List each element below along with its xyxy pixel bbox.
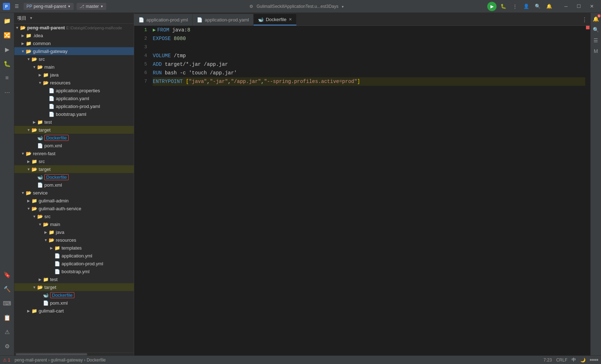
tree-label-main-as: main <box>50 222 60 227</box>
tab-more-button[interactable]: ⋮ <box>579 14 590 25</box>
tree-item-dockerfile-gw[interactable]: 🐋Dockerfile <box>14 134 134 142</box>
error-count[interactable]: ⚠ 1 <box>3 358 10 363</box>
dockerfile-highlighted-dockerfile-gw: Dockerfile <box>44 135 69 141</box>
tree-label-target-rr: target <box>39 167 50 172</box>
tree-item-target-as[interactable]: ▼📂target <box>14 283 134 291</box>
tree-item-bootstrap-gw[interactable]: 📄bootstrap.yaml <box>14 110 134 118</box>
sidebar-item-run[interactable]: ▶ <box>1 43 14 56</box>
tab-dockerfile[interactable]: 🐋 Dockerfile ✕ <box>254 14 297 25</box>
tree-item-java-gw[interactable]: ▶📁java <box>14 71 134 79</box>
status-lang[interactable]: 中 <box>572 357 576 363</box>
tree-item-app-prop-gw[interactable]: 📄application.properties <box>14 87 134 94</box>
sidebar-item-more[interactable]: ⋯ <box>1 86 14 99</box>
tree-item-main-gw[interactable]: ▼📂main <box>14 63 134 71</box>
tree-item-templates-as[interactable]: ▶📁templates <box>14 244 134 252</box>
right-panel-structure[interactable]: ☰ <box>591 36 601 45</box>
tree-label-bootstrap-as: bootstrap.yml <box>62 269 89 274</box>
status-grid[interactable] <box>590 359 598 361</box>
tree-item-pom-as[interactable]: 📄pom.xml <box>14 299 134 307</box>
tree-item-target-gw[interactable]: ▼📂target <box>14 126 134 134</box>
tab-application-prod-yml[interactable]: 📄 application-prod.yml <box>134 14 192 25</box>
tree-icon-dockerfile-as: 🐋 <box>43 292 49 298</box>
tree-arrow-service: ▼ <box>20 190 26 196</box>
tree-item-idea[interactable]: ▶📁.idea <box>14 31 134 39</box>
code-area[interactable]: ▶FROM java:8EXPOSE 8080VOLUME /tmpADD ta… <box>151 26 585 355</box>
search-button[interactable]: 🔍 <box>533 2 542 11</box>
status-position[interactable]: 7:23 <box>543 358 552 363</box>
tree-icon-common: 📁 <box>26 40 31 46</box>
tree-item-renren-fast[interactable]: ▼📂renren-fast <box>14 149 134 157</box>
status-moon[interactable]: 🌙 <box>580 358 586 363</box>
menu-button[interactable]: ☰ <box>13 3 21 10</box>
tree-icon-app-yml-as: 📄 <box>54 253 60 259</box>
branch-selector[interactable]: ⎇ master ▼ <box>77 3 107 10</box>
notifications-button[interactable]: 🔔 <box>544 2 554 11</box>
status-encoding[interactable]: CRLF <box>556 358 567 363</box>
editor-scrollbar[interactable] <box>585 26 590 355</box>
tree-item-dockerfile-rr[interactable]: 🐋Dockerfile <box>14 173 134 181</box>
tree-item-dockerfile-as[interactable]: 🐋Dockerfile <box>14 291 134 299</box>
sidebar-item-commit[interactable]: 🔀 <box>1 29 14 41</box>
sidebar-item-build[interactable]: 🔨 <box>1 282 14 295</box>
right-panel-search[interactable]: 🔍 <box>591 25 601 34</box>
tree-item-gulimall-admin[interactable]: ▶📁gulimall-admin <box>14 197 134 205</box>
tree-item-target-rr[interactable]: ▼📂target <box>14 165 134 173</box>
tree-label-pom-gw: pom.xml <box>44 143 62 148</box>
profile-button[interactable]: 👤 <box>522 2 531 11</box>
sidebar-item-settings[interactable]: ⚙ <box>1 340 14 353</box>
tree-label-app-yaml-gw: application.yaml <box>56 96 89 101</box>
tree-item-app-prod-yml-as[interactable]: 📄application-prod.yml <box>14 260 134 267</box>
sidebar-item-git-log[interactable]: 📋 <box>1 311 14 324</box>
tree-item-src-rr[interactable]: ▶📁src <box>14 157 134 165</box>
tree-item-service[interactable]: ▼📂service <box>14 189 134 197</box>
tree-item-pom-rr[interactable]: 📄pom.xml <box>14 181 134 189</box>
tree-item-java-as[interactable]: ▶📁java <box>14 228 134 236</box>
tree-arrow-pom-as <box>37 300 43 306</box>
sidebar-item-debug[interactable]: 🐛 <box>1 57 14 70</box>
tree-item-src-gw[interactable]: ▼📂src <box>14 55 134 63</box>
more-actions-button[interactable]: ⋮ <box>510 2 519 11</box>
sidebar-item-terminal[interactable]: ⌨ <box>1 297 14 310</box>
tree-item-app-prod-yaml-gw[interactable]: 📄application-prod.yaml <box>14 102 134 110</box>
tree-item-test-gw[interactable]: ▶📁test <box>14 118 134 126</box>
sidebar-item-structure[interactable]: ≡ <box>1 72 14 84</box>
minimize-button[interactable]: ─ <box>560 0 572 13</box>
tree-item-common[interactable]: ▶📁common <box>14 39 134 47</box>
tree-item-gulimall-auth-service[interactable]: ▼📂gulimall-auth-service <box>14 205 134 212</box>
right-panel-more[interactable]: M <box>591 46 601 56</box>
file-tree-scrollbar[interactable] <box>14 353 134 355</box>
tree-arrow-common: ▶ <box>20 40 26 46</box>
sidebar-item-bookmark[interactable]: 🔖 <box>1 268 14 281</box>
tree-item-app-yaml-gw[interactable]: 📄application.yaml <box>14 94 134 102</box>
tree-icon-target-as: 📂 <box>37 284 43 290</box>
tree-item-bootstrap-as[interactable]: 📄bootstrap.yml <box>14 267 134 275</box>
project-selector[interactable]: PP peng-mall-parent ▼ <box>24 3 74 10</box>
tree-item-resources-gw[interactable]: ▼📂resources <box>14 79 134 87</box>
tab-close-button[interactable]: ✕ <box>289 17 292 22</box>
sidebar-item-project[interactable]: 📁 <box>1 14 14 27</box>
close-button[interactable]: ✕ <box>585 0 598 13</box>
tab-application-prod-yaml[interactable]: 📄 application-prod.yaml <box>192 14 254 25</box>
tree-item-pom-gw[interactable]: 📄pom.xml <box>14 142 134 149</box>
tree-label-gulimall-cart: gulimall-cart <box>39 308 64 314</box>
dockerfile-highlighted-dockerfile-rr: Dockerfile <box>44 174 69 180</box>
maximize-button[interactable]: ☐ <box>572 0 585 13</box>
debug-button[interactable]: 🐛 <box>499 2 508 11</box>
run-button[interactable]: ▶ <box>487 2 497 11</box>
tree-item-gulimall-cart[interactable]: ▶📁gulimall-cart <box>14 307 134 315</box>
tree-item-app-yml-as[interactable]: 📄application.yml <box>14 252 134 260</box>
file-tree-body[interactable]: ▼📂peng-mall-parent E:\Data\gitCode\peng-… <box>14 24 134 353</box>
tree-arrow-app-prod-yaml-gw <box>43 103 49 109</box>
tree-item-main-as[interactable]: ▼📂main <box>14 220 134 228</box>
sidebar-icons: 📁 🔀 ▶ 🐛 ≡ ⋯ 🔖 🔨 ⌨ 📋 ⚠ ⚙ <box>0 13 14 355</box>
tree-item-gulimall-gateway[interactable]: ▼📂gulimall-gateway <box>14 47 134 55</box>
sidebar-item-problems[interactable]: ⚠ <box>1 325 14 338</box>
tree-icon-bootstrap-gw: 📄 <box>49 111 54 117</box>
tree-label-gulimall-gateway: gulimall-gateway <box>33 49 68 54</box>
tree-item-test-as[interactable]: ▶📁test <box>14 275 134 283</box>
tree-item-resources-as[interactable]: ▼📂resources <box>14 236 134 244</box>
notifications-panel-icon[interactable]: 🔔 1 <box>591 14 601 24</box>
tree-item-src-as[interactable]: ▼📂src <box>14 212 134 220</box>
tree-item-root[interactable]: ▼📂peng-mall-parent E:\Data\gitCode\peng-… <box>14 24 134 31</box>
editor-content: 1234567 ▶FROM java:8EXPOSE 8080VOLUME /t… <box>134 26 590 355</box>
